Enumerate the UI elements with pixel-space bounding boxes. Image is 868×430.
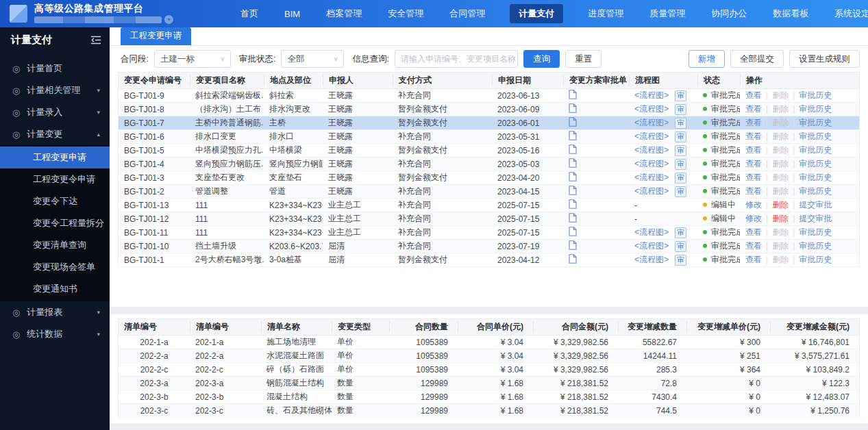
- action-link[interactable]: 审批历史: [799, 173, 832, 182]
- document-icon[interactable]: [569, 117, 577, 129]
- document-icon[interactable]: [569, 144, 577, 156]
- flowchart-link[interactable]: <流程图>: [634, 255, 669, 264]
- sidebar-item-change-order-qty-split[interactable]: 变更令工程量拆分: [0, 212, 110, 234]
- action-link[interactable]: 删除: [772, 214, 789, 223]
- nav-item-home[interactable]: 首页: [239, 5, 260, 23]
- document-icon[interactable]: [569, 240, 577, 252]
- action-link[interactable]: 审批历史: [799, 90, 832, 100]
- action-link[interactable]: 查看: [745, 227, 762, 237]
- nav-item-system[interactable]: 系统设定: [833, 5, 868, 23]
- search-input[interactable]: 请输入申请编号、变更项目名称: [395, 50, 518, 68]
- action-link[interactable]: 查看: [745, 118, 762, 127]
- submit-all-button[interactable]: 全部提交: [730, 50, 784, 68]
- review-badge[interactable]: 审: [675, 118, 686, 129]
- action-link[interactable]: 查看: [745, 90, 762, 100]
- sidebar-item-measure-report[interactable]: ◎计量报表▾: [0, 301, 110, 323]
- flowchart-link[interactable]: <流程图>: [634, 118, 669, 127]
- table-row[interactable]: BG-TJ01-4竖向预应力钢筋压...竖向预应力钢筋王晓露补充合同2023-0…: [119, 157, 859, 171]
- document-icon[interactable]: [569, 131, 577, 142]
- action-link[interactable]: 审批历史: [799, 241, 832, 251]
- action-link[interactable]: 查看: [745, 241, 762, 251]
- document-icon[interactable]: [569, 199, 577, 211]
- document-icon[interactable]: [569, 254, 577, 266]
- generation-rules-button[interactable]: 设置生成规则: [789, 50, 860, 68]
- flowchart-link[interactable]: <流程图>: [634, 159, 669, 168]
- project-selector[interactable]: ▾: [34, 15, 173, 24]
- table-row[interactable]: BG-TJ01-10挡土墙升级K203.6~K203.7屈清补充合同2023-0…: [119, 240, 859, 253]
- table-row[interactable]: 202-3-c202-3-c砖、石及其他砌体...数量129989¥ 1.68¥…: [119, 404, 859, 418]
- table-row[interactable]: BG-TJ01-2管道调整管道王晓露补充合同2023-04-15<流程图>审审批…: [119, 185, 859, 199]
- action-link[interactable]: 查看: [745, 145, 762, 155]
- action-link[interactable]: 审批历史: [799, 145, 832, 155]
- query-button[interactable]: 查询: [523, 50, 560, 68]
- table-row[interactable]: 202-3-b202-3-b混凝土结构数量129989¥ 1.68¥ 218,3…: [119, 390, 859, 404]
- action-link[interactable]: 修改: [745, 200, 762, 210]
- nav-item-contract[interactable]: 合同管理: [448, 5, 486, 23]
- flowchart-link[interactable]: <流程图>: [634, 90, 669, 100]
- sidebar-item-measure-change[interactable]: ◎计量变更▴: [0, 123, 110, 145]
- table-row[interactable]: 202-1-a202-1-a施工场地清理单价1095389¥ 3.04¥ 3,3…: [119, 336, 859, 349]
- review-badge[interactable]: 审: [675, 145, 686, 156]
- table-row[interactable]: BG-TJ01-12111K23+334~K23+675业主总工补充合同2025…: [119, 212, 859, 226]
- table-row[interactable]: BG-TJ01-3支座垫石更改支座垫石王晓露暂列金额支付2023-04-20<流…: [119, 171, 859, 185]
- collapse-sidebar-icon[interactable]: [90, 36, 101, 45]
- sidebar-item-stats-data[interactable]: ◎统计数据▾: [0, 323, 110, 345]
- document-icon[interactable]: [569, 103, 577, 115]
- table-row[interactable]: BG-TJ01-6排水口变更排水口王晓露补充合同2023-05-31<流程图>审…: [119, 130, 859, 144]
- flowchart-link[interactable]: <流程图>: [634, 173, 669, 182]
- review-badge[interactable]: 审: [675, 131, 686, 142]
- review-badge[interactable]: 审: [675, 255, 686, 266]
- action-link[interactable]: 审批历史: [799, 255, 832, 264]
- document-icon[interactable]: [569, 172, 577, 184]
- nav-item-bim[interactable]: BIM: [283, 6, 301, 22]
- table-row[interactable]: 202-3-a202-3-a钢筋混凝土结构数量129989¥ 1.68¥ 218…: [119, 377, 859, 390]
- contract-section-select[interactable]: 土建一标∨: [154, 50, 231, 68]
- flowchart-link[interactable]: <流程图>: [634, 227, 669, 237]
- review-badge[interactable]: 审: [675, 104, 686, 115]
- document-icon[interactable]: [569, 227, 577, 238]
- action-link[interactable]: 查看: [745, 131, 762, 141]
- action-link[interactable]: 审批历史: [799, 131, 832, 141]
- action-link[interactable]: 查看: [745, 104, 762, 114]
- flowchart-link[interactable]: <流程图>: [634, 131, 669, 141]
- nav-item-quality[interactable]: 质量管理: [648, 5, 686, 23]
- table-row[interactable]: BG-TJ01-13111K23+334~K23+675业主总工补充合同2025…: [119, 199, 859, 212]
- action-link[interactable]: 审批历史: [799, 227, 832, 237]
- document-icon[interactable]: [569, 158, 577, 170]
- nav-item-measure-pay[interactable]: 计量支付: [510, 4, 563, 23]
- nav-item-safety[interactable]: 安全管理: [386, 5, 425, 23]
- document-icon[interactable]: [569, 90, 577, 101]
- table-row[interactable]: BG-TJ01-5中塔横梁预应力孔...中塔横梁王晓露暂列金额支付2023-05…: [119, 144, 859, 157]
- table-row[interactable]: BG-TJ01-8（排水沟）土工布排水沟更改王晓露暂列金额支付2023-06-0…: [119, 103, 859, 116]
- add-button[interactable]: 新增: [689, 50, 725, 68]
- review-badge[interactable]: 审: [675, 186, 686, 197]
- action-link[interactable]: 审批历史: [799, 118, 832, 127]
- sidebar-item-project-change-apply[interactable]: 工程变更申请: [0, 147, 110, 168]
- nav-item-progress[interactable]: 进度管理: [586, 5, 625, 23]
- sidebar-item-change-order-apply[interactable]: 工程变更令申请: [0, 168, 110, 190]
- review-badge[interactable]: 审: [675, 90, 686, 101]
- sidebar-item-measure-related-mgmt[interactable]: ◎计量相关管理▾: [0, 79, 110, 101]
- approval-status-select[interactable]: 全部∨: [281, 50, 344, 68]
- review-badge[interactable]: 审: [675, 173, 686, 184]
- action-link[interactable]: 修改: [745, 214, 762, 223]
- action-link[interactable]: 审批历史: [799, 104, 832, 114]
- table-row[interactable]: 202-2-a202-2-a水泥混凝土路面单价1095389¥ 3.04¥ 3,…: [119, 349, 859, 363]
- reset-button[interactable]: 重置: [565, 50, 602, 68]
- sidebar-item-measure-home[interactable]: ◎计量首页: [0, 58, 110, 79]
- table-row[interactable]: BG-TJ01-9斜拉索梁端锅齿板...斜拉索王晓露补充合同2023-06-13…: [119, 89, 859, 103]
- action-link[interactable]: 查看: [745, 159, 762, 168]
- review-badge[interactable]: 审: [675, 159, 686, 170]
- action-link[interactable]: 查看: [745, 255, 762, 264]
- tab-project-change-apply[interactable]: 工程变更申请: [121, 27, 191, 45]
- table-row[interactable]: BG-TJ01-7主桥中跨普通钢筋...主桥王晓露暂列金额支付2023-06-0…: [119, 116, 859, 130]
- nav-item-collab[interactable]: 协同办公: [710, 5, 748, 23]
- sidebar-item-change-list-query[interactable]: 变更清单查询: [0, 234, 110, 256]
- flowchart-link[interactable]: <流程图>: [634, 186, 669, 196]
- sidebar-item-change-site-sign[interactable]: 变更现场会签单: [0, 256, 110, 278]
- sidebar-item-change-order-issue[interactable]: 变更令下达: [0, 190, 110, 212]
- flowchart-link[interactable]: <流程图>: [634, 241, 669, 251]
- sidebar-item-measure-entry[interactable]: ◎计量录入▾: [0, 101, 110, 123]
- table-row[interactable]: BG-TJ01-11111K23+334~K23+675业主总工补充合同2025…: [119, 226, 859, 240]
- table-row[interactable]: 202-2-c202-2-c碎（砾）石路面单价1095389¥ 3.04¥ 3,…: [119, 363, 859, 377]
